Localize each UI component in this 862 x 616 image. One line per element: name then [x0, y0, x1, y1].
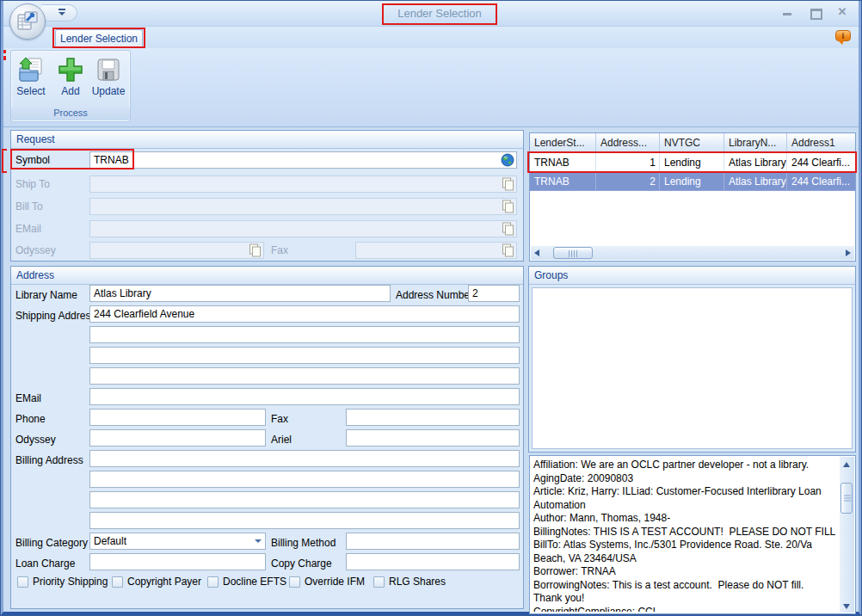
shipping-address-line3-input[interactable]	[89, 347, 520, 364]
address-email-input[interactable]	[89, 388, 520, 405]
select-button[interactable]: Select	[13, 54, 49, 108]
update-button[interactable]: Update	[90, 54, 126, 108]
chevron-down-icon	[255, 539, 262, 543]
maximize-button[interactable]	[809, 6, 821, 18]
lender-notes-text[interactable]: Affiliation: We are an OCLC partner deve…	[533, 459, 838, 612]
bill-to-label: Bill To	[15, 199, 43, 215]
grid-row-2-selected[interactable]: TRNAB 2 Lending Atlas Library 244 Clearf…	[530, 172, 855, 191]
billing-method-input[interactable]	[346, 533, 520, 550]
checkbox-label: Copyright Payer	[127, 576, 201, 588]
bill-to-input	[89, 198, 517, 215]
address-odyssey-input[interactable]	[89, 429, 266, 447]
add-button[interactable]: Add	[52, 54, 89, 108]
tab-lender-selection[interactable]: Lender Selection	[55, 29, 143, 48]
ship-to-label: Ship To	[15, 176, 50, 193]
add-button-label: Add	[61, 85, 79, 97]
grid-cell: TRNAB	[530, 172, 596, 191]
update-button-label: Update	[92, 85, 126, 97]
groups-panel: Groups	[528, 266, 856, 453]
grid-col-addressnumber[interactable]: Address...	[596, 133, 660, 153]
copy-icon[interactable]	[501, 222, 514, 236]
billing-address-line2-input[interactable]	[89, 471, 520, 488]
phone-label: Phone	[15, 411, 46, 428]
request-email-input	[89, 220, 517, 237]
docline-efts-checkbox[interactable]: Docline EFTS	[207, 576, 286, 588]
grid-col-libraryname[interactable]: LibraryN...	[724, 133, 787, 153]
shipping-address-line4-input[interactable]	[89, 367, 520, 385]
minimize-button[interactable]	[781, 6, 793, 18]
grid-header-row: LenderSt... Address... NVTGC LibraryN...…	[530, 133, 855, 153]
copy-icon[interactable]	[248, 243, 262, 257]
select-button-label: Select	[16, 85, 45, 97]
grid-cell: Lending	[660, 153, 724, 172]
address-odyssey-label: Odyssey	[15, 432, 56, 448]
lender-notes-panel: Affiliation: We are an OCLC partner deve…	[529, 455, 856, 614]
scroll-left-icon[interactable]	[531, 246, 545, 260]
ribbon: Select Add Update Process	[3, 48, 859, 127]
lender-grid: LenderSt... Address... NVTGC LibraryN...…	[529, 132, 856, 262]
notes-vertical-scrollbar[interactable]	[840, 457, 854, 613]
billing-address-line3-input[interactable]	[89, 491, 520, 508]
grid-horizontal-scrollbar[interactable]	[531, 246, 854, 260]
window-frame: Lender Selection ✕ Lender Selection i	[1, 1, 861, 615]
groups-panel-title: Groups	[529, 267, 855, 285]
copy-charge-input[interactable]	[346, 553, 520, 570]
shipping-address-line1-input[interactable]: 244 Clearfield Avenue	[89, 305, 520, 323]
loan-charge-input[interactable]	[89, 553, 266, 570]
ariel-input[interactable]	[346, 429, 520, 447]
ribbon-group-process: Select Add Update Process	[10, 50, 131, 122]
checkbox-label: Priority Shipping	[33, 576, 108, 588]
app-grid-arrow-icon	[16, 10, 39, 33]
address-number-input[interactable]: 2	[468, 285, 520, 302]
request-odyssey-label: Odyssey	[15, 243, 56, 259]
scroll-down-icon[interactable]	[840, 599, 853, 613]
checkbox-icon	[112, 576, 123, 588]
grid-row-1[interactable]: TRNAB 1 Lending Atlas Library 244 Clearf…	[530, 153, 855, 172]
override-ifm-checkbox[interactable]: Override IFM	[289, 576, 365, 588]
copy-icon[interactable]	[501, 243, 514, 257]
checkbox-icon	[289, 576, 300, 588]
scrollbar-thumb[interactable]	[553, 247, 593, 259]
symbol-input[interactable]: TRNAB	[89, 151, 517, 169]
loan-charge-label: Loan Charge	[15, 556, 75, 572]
billing-category-select[interactable]: Default	[89, 533, 266, 550]
checkbox-icon	[207, 576, 219, 588]
rlg-shares-checkbox[interactable]: RLG Shares	[373, 576, 446, 588]
groups-list[interactable]	[532, 287, 853, 449]
scroll-up-icon[interactable]	[840, 457, 853, 471]
checkbox-label: Docline EFTS	[223, 576, 286, 588]
quick-access-dropdown-icon[interactable]	[58, 9, 66, 17]
checkbox-icon	[373, 576, 385, 588]
grid-col-lenderstring[interactable]: LenderSt...	[530, 133, 596, 153]
application-menu-button[interactable]	[9, 3, 46, 40]
request-fax-input	[355, 242, 517, 259]
billing-address-line1-input[interactable]	[89, 450, 520, 467]
scroll-right-icon[interactable]	[840, 246, 854, 260]
grid-cell: 244 Clearfi...	[787, 172, 855, 191]
scrollbar-thumb[interactable]	[840, 483, 853, 514]
billing-address-label: Billing Address	[15, 453, 83, 469]
grid-cell: Atlas Library	[724, 153, 787, 172]
help-icon[interactable]: i	[835, 30, 852, 45]
phone-input[interactable]	[89, 409, 266, 426]
copy-icon[interactable]	[501, 177, 514, 191]
address-number-label: Address Number	[396, 287, 473, 304]
copyright-payer-checkbox[interactable]: Copyright Payer	[112, 576, 201, 588]
priority-shipping-checkbox[interactable]: Priority Shipping	[17, 576, 108, 588]
checkbox-label: Override IFM	[305, 576, 365, 588]
address-fax-input[interactable]	[346, 409, 520, 426]
shipping-address-line2-input[interactable]	[89, 326, 520, 343]
annotation-edge-fragment	[2, 149, 7, 173]
library-name-label: Library Name	[15, 287, 77, 304]
grid-col-address1[interactable]: Address1	[787, 133, 855, 153]
grid-col-nvtgc[interactable]: NVTGC	[660, 133, 724, 153]
address-panel-title: Address	[11, 267, 523, 285]
address-email-label: EMail	[15, 391, 41, 407]
billing-address-line4-input[interactable]	[89, 512, 520, 529]
library-name-input[interactable]: Atlas Library	[89, 285, 391, 302]
copy-charge-label: Copy Charge	[271, 556, 332, 572]
copy-icon[interactable]	[501, 200, 514, 213]
globe-icon[interactable]	[501, 153, 514, 167]
close-button[interactable]: ✕	[836, 6, 848, 18]
request-fax-label: Fax	[271, 243, 288, 259]
